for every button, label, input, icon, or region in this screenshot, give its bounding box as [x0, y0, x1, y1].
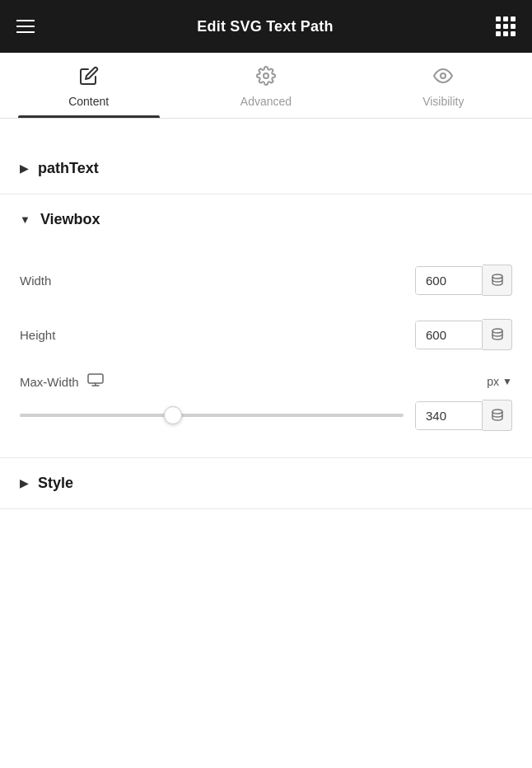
tab-advanced[interactable]: Advanced: [177, 53, 354, 118]
tabs-bar: Content Advanced Visibility: [0, 53, 532, 119]
arrow-pathtext: ▶: [20, 162, 28, 175]
maxwidth-label-group: Max-Width: [20, 373, 104, 390]
pencil-icon: [79, 66, 99, 90]
width-input[interactable]: [416, 267, 482, 294]
width-row: Width: [0, 253, 532, 307]
height-row: Height: [0, 307, 532, 362]
spacer: [0, 119, 532, 143]
unit-select[interactable]: px ▼: [487, 375, 512, 388]
monitor-icon: [87, 373, 104, 390]
section-viewbox-header[interactable]: ▼ Viewbox: [0, 194, 532, 245]
menu-icon[interactable]: [16, 20, 35, 33]
svg-point-5: [492, 410, 502, 414]
section-pathtext-header[interactable]: ▶ pathText: [0, 143, 532, 194]
section-pathtext: ▶ pathText: [0, 143, 532, 194]
arrow-viewbox: ▼: [20, 213, 30, 226]
maxwidth-unit-button[interactable]: [483, 400, 512, 431]
width-label: Width: [20, 274, 51, 288]
gear-icon: [256, 66, 276, 90]
maxwidth-header: Max-Width px ▼: [20, 362, 512, 390]
height-unit-button[interactable]: [483, 319, 512, 350]
svg-point-0: [264, 73, 268, 78]
tab-visibility-label: Visibility: [422, 95, 464, 108]
svg-point-3: [492, 329, 502, 333]
slider-container[interactable]: [20, 407, 404, 424]
section-style: ▶ Style: [0, 458, 532, 509]
tab-content-label: Content: [68, 95, 109, 108]
tab-content[interactable]: Content: [0, 53, 177, 118]
unit-select-value: px: [487, 375, 499, 388]
slider-row: [20, 390, 512, 446]
grid-icon[interactable]: [496, 16, 516, 36]
section-style-label: Style: [38, 475, 73, 492]
height-input[interactable]: [416, 321, 482, 349]
width-unit-button[interactable]: [483, 265, 512, 296]
maxwidth-row: Max-Width px ▼: [0, 362, 532, 449]
svg-rect-4: [88, 374, 103, 383]
height-label: Height: [20, 328, 55, 342]
header: Edit SVG Text Path: [0, 0, 532, 53]
section-viewbox: ▼ Viewbox Width Height: [0, 194, 532, 458]
width-input-box: [415, 266, 483, 295]
maxwidth-input-group: [415, 400, 512, 431]
svg-point-1: [441, 73, 446, 78]
eye-icon: [433, 66, 453, 90]
section-pathtext-label: pathText: [38, 160, 99, 177]
section-viewbox-label: Viewbox: [40, 211, 100, 228]
slider-fill: [20, 414, 173, 417]
maxwidth-input-box: [415, 401, 483, 430]
section-style-header[interactable]: ▶ Style: [0, 458, 532, 508]
viewbox-content: Width Height: [0, 245, 532, 457]
height-control: [415, 319, 512, 350]
height-input-box: [415, 321, 483, 349]
svg-point-2: [492, 274, 502, 279]
slider-track: [20, 414, 404, 417]
tab-advanced-label: Advanced: [240, 95, 292, 108]
maxwidth-label: Max-Width: [20, 375, 79, 389]
slider-thumb[interactable]: [164, 406, 182, 424]
chevron-down-icon: ▼: [502, 376, 512, 387]
maxwidth-input[interactable]: [416, 402, 482, 429]
header-title: Edit SVG Text Path: [197, 18, 333, 35]
tab-visibility[interactable]: Visibility: [355, 53, 532, 118]
width-control: [415, 265, 512, 296]
arrow-style: ▶: [20, 477, 28, 489]
